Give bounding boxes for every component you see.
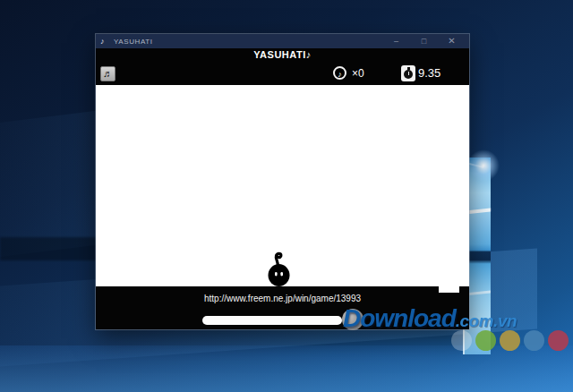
stopwatch-icon (401, 65, 415, 81)
lens-flare-glow (467, 149, 500, 182)
desktop: ♪ YASUHATI – □ ✕ YASUHATI♪ ♬ ♪ ×0 9.35 (0, 0, 573, 392)
close-button[interactable]: ✕ (438, 34, 466, 48)
site-watermark: Download.com.vn (340, 303, 573, 338)
game-header: YASUHATI♪ ♬ ♪ ×0 9.35 (96, 48, 469, 85)
window-title: YASUHATI (114, 38, 153, 46)
game-window: ♪ YASUHATI – □ ✕ YASUHATI♪ ♬ ♪ ×0 9.35 (96, 34, 469, 329)
stopwatch-hand-detail (408, 72, 410, 75)
music-score-icon: ♬ (100, 66, 115, 81)
window-titlebar[interactable]: ♪ YASUHATI – □ ✕ (96, 34, 469, 48)
progress-bar (202, 316, 342, 325)
note-counter: ×0 (352, 67, 364, 80)
minimize-button[interactable]: – (382, 34, 410, 48)
footer-white-notch (439, 286, 459, 293)
game-playfield[interactable] (96, 85, 469, 286)
watermark-text: Download.com.vn (343, 304, 517, 333)
note-disc-icon: ♪ (333, 66, 346, 80)
watermark-suffix: .com.vn (456, 311, 517, 330)
maximize-button[interactable]: □ (410, 34, 438, 48)
window-controls: – □ ✕ (382, 34, 469, 48)
game-title: YASUHATI♪ (96, 49, 469, 60)
timer-value: 9.35 (418, 66, 440, 80)
player-character (268, 251, 290, 286)
watermark-brand: Download (343, 304, 456, 332)
app-icon: ♪ (100, 34, 111, 48)
